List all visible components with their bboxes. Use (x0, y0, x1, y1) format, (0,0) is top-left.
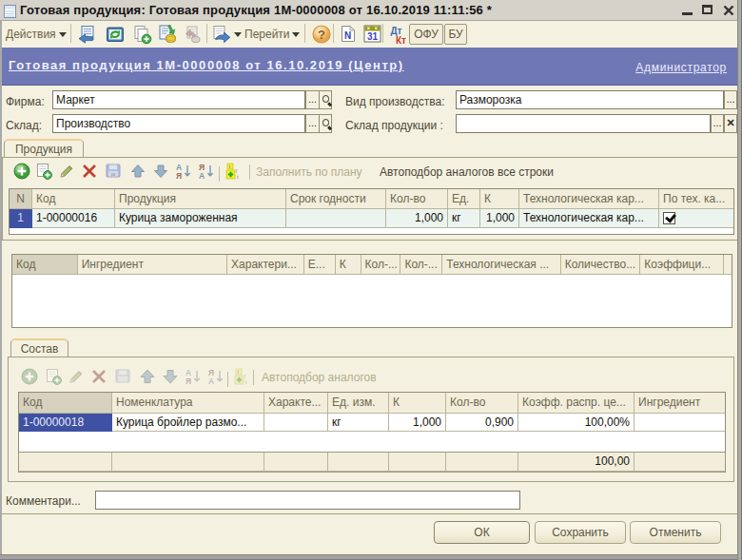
svg-text:?: ? (318, 28, 325, 42)
svg-text:г: г (236, 167, 239, 174)
svg-text:А: А (199, 171, 205, 181)
svg-text:N: N (344, 30, 351, 41)
svg-text:31: 31 (367, 31, 379, 42)
svg-text:t: t (245, 379, 247, 385)
svg-text:Я: Я (176, 171, 182, 181)
svg-text:Кт: Кт (396, 35, 406, 46)
svg-text:Я: Я (186, 377, 191, 386)
svg-text:ок: ок (111, 172, 116, 177)
svg-text:t: t (237, 174, 239, 180)
svg-text:г: г (244, 373, 247, 379)
svg-text:А: А (208, 377, 214, 386)
